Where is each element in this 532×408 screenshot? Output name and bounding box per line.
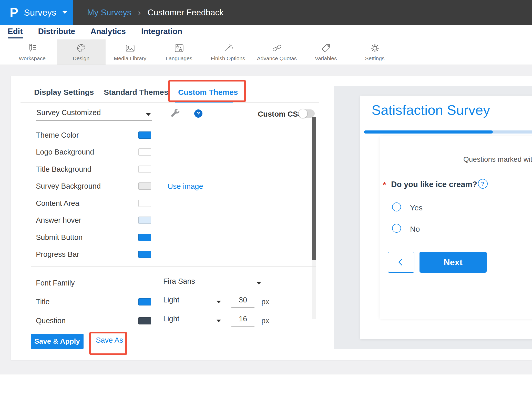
color-swatch[interactable] [138, 234, 151, 241]
product-name: Surveys [24, 7, 56, 18]
radio-no-label: No [410, 225, 420, 233]
theme-select[interactable]: Survey Customized [36, 108, 152, 121]
color-swatch[interactable] [138, 251, 151, 258]
toolbar-item-workspace[interactable]: Workspace [8, 39, 57, 65]
radio-yes-label: Yes [410, 203, 423, 212]
font-family-value: Fira Sans [163, 277, 195, 285]
font-family-select[interactable]: Fira Sans [163, 277, 262, 289]
color-row-title-background: Title Background [36, 165, 231, 174]
font-family-label: Font Family [36, 279, 75, 287]
row-label: Submit Button [36, 233, 83, 242]
question-size-input[interactable]: 16 [231, 315, 254, 327]
wrench-icon[interactable] [170, 108, 180, 119]
save-apply-button[interactable]: Save & Apply [31, 334, 84, 349]
question-color-swatch[interactable] [138, 317, 151, 324]
radio-yes[interactable] [392, 202, 401, 211]
tab-analytics[interactable]: Analytics [90, 25, 126, 38]
tag-icon [320, 43, 332, 54]
toolbar-label: Media Library [114, 55, 146, 62]
back-button[interactable] [388, 252, 414, 273]
question-help-icon[interactable]: ? [478, 179, 488, 189]
title-font-label: Title [36, 298, 50, 306]
breadcrumb-current: Customer Feedback [147, 8, 223, 17]
question-font-label: Question [36, 317, 66, 325]
help-icon[interactable]: ? [194, 109, 202, 118]
tab-distribute[interactable]: Distribute [38, 25, 75, 38]
color-swatch[interactable] [138, 148, 151, 156]
required-note: Questions marked wit [463, 155, 532, 164]
chevron-down-icon [217, 301, 221, 303]
title-color-swatch[interactable] [138, 298, 151, 305]
app-logo[interactable]: P Surveys [0, 0, 73, 25]
toolbar-item-media-library[interactable]: Media Library [106, 39, 155, 65]
color-row-submit-button: Submit Button [36, 233, 231, 242]
translate-icon [173, 43, 185, 54]
topbar: P Surveys My Surveys › Customer Feedback [0, 0, 532, 25]
tab-edit[interactable]: Edit [8, 25, 23, 38]
row-label: Content Area [36, 199, 79, 208]
chevron-down-icon [257, 282, 261, 284]
design-card: Display Settings Standard Themes Custom … [11, 76, 532, 360]
title-weight-select[interactable]: Light [163, 296, 222, 308]
color-swatch[interactable] [138, 131, 151, 139]
row-label: Answer hover [36, 216, 81, 225]
section-divider [31, 266, 316, 267]
required-asterisk: * [383, 180, 386, 190]
toolbar-item-settings[interactable]: Settings [350, 39, 399, 65]
use-image-link[interactable]: Use image [168, 182, 203, 191]
question-text: Do you like ice cream? [391, 180, 477, 189]
tab-standard-themes[interactable]: Standard Themes [104, 88, 168, 97]
color-swatch[interactable] [138, 200, 151, 207]
title-size-input[interactable]: 30 [231, 296, 254, 308]
chevron-down-icon [146, 113, 151, 116]
toolbar-label: Languages [166, 55, 192, 62]
app-root: P Surveys My Surveys › Customer Feedback… [0, 0, 532, 408]
next-button[interactable]: Next [420, 252, 487, 273]
scrollbar[interactable] [312, 117, 316, 319]
color-swatch[interactable] [138, 217, 151, 224]
toggle-knob [298, 109, 308, 118]
survey-question-panel: Questions marked wit * Do you like ice c… [380, 136, 532, 319]
color-swatch[interactable] [138, 182, 151, 190]
color-row-theme-color: Theme Color [36, 131, 231, 139]
save-as-button[interactable]: Save As [96, 336, 123, 344]
design-toolbar: Workspace Design Media Library Languages [0, 39, 532, 65]
tabs-divider [21, 102, 319, 103]
survey-title: Satisfaction Survey [372, 102, 490, 118]
logo-icon: P [10, 5, 18, 20]
chevron-down-icon [63, 11, 67, 14]
question-weight-select[interactable]: Light [163, 315, 222, 327]
preview-area: Satisfaction Survey Questions marked wit… [334, 86, 532, 349]
toolbar-label: Workspace [19, 55, 46, 62]
tab-display-settings[interactable]: Display Settings [34, 88, 94, 97]
scrollbar-thumb[interactable] [312, 117, 316, 260]
toolbar-item-advance-quotas[interactable]: Advance Quotas [252, 39, 301, 65]
title-size-unit: px [261, 298, 269, 306]
breadcrumb-separator-icon: › [138, 8, 141, 17]
toolbar-label: Finish Options [211, 55, 245, 62]
palette-icon [76, 43, 87, 54]
image-icon [125, 43, 136, 54]
radio-no[interactable] [392, 224, 401, 233]
gear-icon [369, 43, 381, 54]
breadcrumb: My Surveys › Customer Feedback [87, 0, 224, 25]
toolbar-label: Advance Quotas [257, 55, 297, 62]
primary-nav: Edit Distribute Analytics Integration [0, 25, 532, 39]
color-swatch[interactable] [138, 166, 151, 173]
tab-custom-themes[interactable]: Custom Themes [178, 88, 238, 97]
breadcrumb-my-surveys[interactable]: My Surveys [87, 8, 131, 17]
survey-progress-bar [364, 130, 532, 134]
toolbar-item-languages[interactable]: Languages [155, 39, 203, 65]
tab-integration[interactable]: Integration [141, 25, 182, 38]
row-label: Theme Color [36, 131, 79, 139]
toolbar-item-variables[interactable]: Variables [301, 39, 350, 65]
color-row-progress-bar: Progress Bar [36, 250, 231, 259]
chevron-down-icon [217, 320, 221, 322]
toolbar-item-finish-options[interactable]: Finish Options [203, 39, 252, 65]
row-label: Title Background [36, 165, 91, 174]
color-row-survey-background: Survey Background Use image [36, 182, 231, 190]
row-label: Logo Background [36, 148, 94, 156]
toolbar-label: Settings [365, 55, 385, 62]
survey-progress-fill [364, 130, 493, 134]
toolbar-item-design[interactable]: Design [57, 39, 106, 65]
